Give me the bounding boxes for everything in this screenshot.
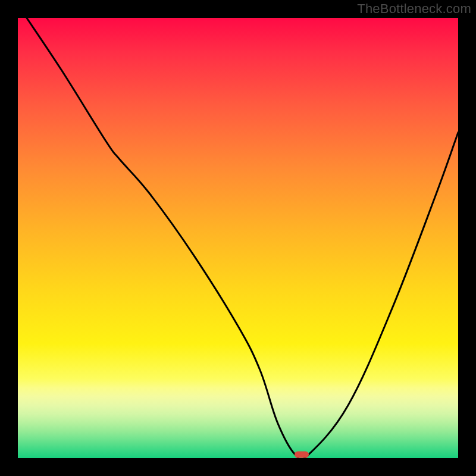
chart-frame: TheBottleneck.com bbox=[0, 0, 476, 476]
curve-svg bbox=[18, 18, 458, 458]
watermark-text: TheBottleneck.com bbox=[357, 1, 471, 17]
optimum-marker bbox=[295, 452, 309, 458]
bottleneck-curve-path bbox=[27, 18, 458, 458]
plot-area bbox=[18, 18, 458, 458]
